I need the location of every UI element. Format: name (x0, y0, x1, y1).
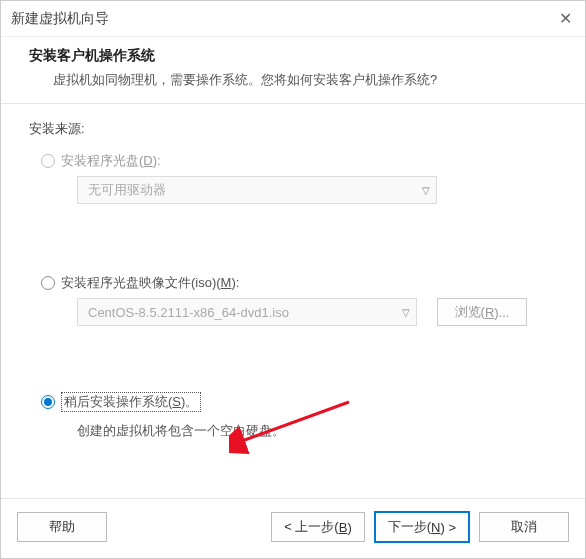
cancel-button[interactable]: 取消 (479, 512, 569, 542)
radio-icon (41, 276, 55, 290)
wizard-body: 安装来源: 安装程序光盘(D): 无可用驱动器 ▽ 安装程序光盘映像文件(iso… (1, 103, 585, 499)
disc-drive-combo: 无可用驱动器 ▽ (77, 176, 437, 204)
chevron-down-icon: ▽ (422, 185, 430, 196)
chevron-down-icon: ▽ (402, 307, 410, 318)
radio-icon (41, 395, 55, 409)
wizard-footer: 帮助 < 上一步(B) 下一步(N) > 取消 (1, 499, 585, 555)
option-iso: 安装程序光盘映像文件(iso)(M): CentOS-8.5.2111-x86_… (41, 274, 557, 326)
browse-button: 浏览(R)... (437, 298, 527, 326)
option-later-subtext: 创建的虚拟机将包含一个空白硬盘。 (77, 422, 557, 440)
radio-icon (41, 154, 55, 168)
wizard-window: 新建虚拟机向导 ✕ 安装客户机操作系统 虚拟机如同物理机，需要操作系统。您将如何… (0, 0, 586, 559)
radio-label: 安装程序光盘映像文件(iso)(M): (61, 274, 239, 292)
titlebar: 新建虚拟机向导 ✕ (1, 1, 585, 37)
next-button[interactable]: 下一步(N) > (375, 512, 469, 542)
option-later: 稍后安装操作系统(S)。 创建的虚拟机将包含一个空白硬盘。 (41, 392, 557, 440)
radio-iso[interactable]: 安装程序光盘映像文件(iso)(M): (41, 274, 557, 292)
header-desc: 虚拟机如同物理机，需要操作系统。您将如何安装客户机操作系统? (53, 71, 557, 89)
combo-value: CentOS-8.5.2111-x86_64-dvd1.iso (88, 305, 402, 320)
header-title: 安装客户机操作系统 (29, 47, 557, 65)
help-button[interactable]: 帮助 (17, 512, 107, 542)
window-title: 新建虚拟机向导 (11, 10, 555, 28)
radio-install-disc: 安装程序光盘(D): (41, 152, 557, 170)
close-icon[interactable]: ✕ (555, 9, 575, 28)
source-label: 安装来源: (29, 120, 557, 138)
radio-install-later[interactable]: 稍后安装操作系统(S)。 (41, 392, 557, 412)
option-install-disc: 安装程序光盘(D): 无可用驱动器 ▽ (41, 152, 557, 204)
back-button[interactable]: < 上一步(B) (271, 512, 365, 542)
radio-label: 安装程序光盘(D): (61, 152, 161, 170)
combo-value: 无可用驱动器 (88, 181, 422, 199)
wizard-header: 安装客户机操作系统 虚拟机如同物理机，需要操作系统。您将如何安装客户机操作系统? (1, 37, 585, 103)
radio-label: 稍后安装操作系统(S)。 (61, 392, 201, 412)
iso-path-combo: CentOS-8.5.2111-x86_64-dvd1.iso ▽ (77, 298, 417, 326)
